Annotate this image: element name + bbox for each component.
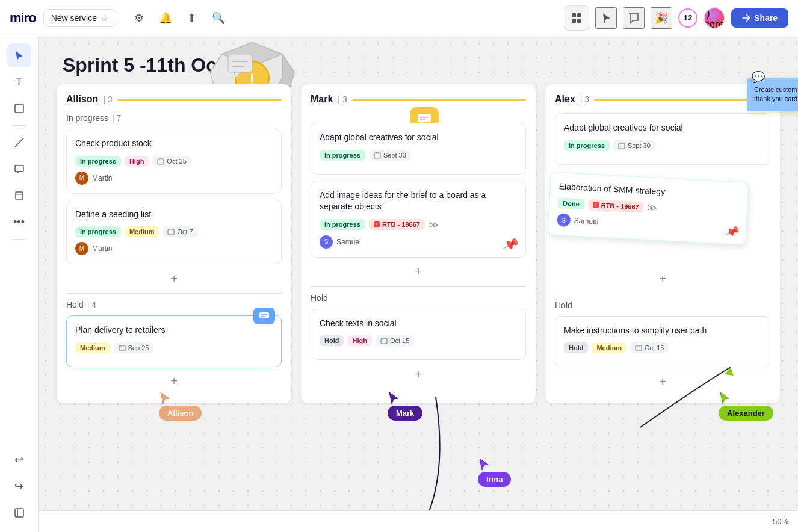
elaboration-avatar: S: [557, 213, 571, 227]
undo-icon[interactable]: ↩: [7, 448, 31, 472]
assignee-name: Samuel: [336, 238, 361, 246]
column-alex-divider: [594, 99, 770, 101]
card-tags: In progress High Oct 25: [75, 156, 273, 167]
date-tag: Sep 25: [114, 342, 154, 353]
column-allison: Allison | 3 In progress | 7 Check produc…: [57, 84, 291, 403]
star-icon[interactable]: ☆: [101, 13, 108, 23]
svg-text:!: !: [595, 202, 596, 207]
svg-rect-2: [572, 19, 576, 23]
card-add-image-ideas[interactable]: Add image ideas for the brief to a board…: [311, 181, 526, 258]
card-footer: M Martin: [75, 242, 273, 255]
card-title: Define a seeding list: [75, 209, 273, 221]
svg-rect-6: [15, 165, 23, 172]
card-make-instructions[interactable]: Make instructions to simplify user path …: [555, 316, 770, 368]
section-hold-alex: Hold: [555, 300, 770, 310]
sticky-note-tool[interactable]: [7, 96, 31, 120]
notifications-icon[interactable]: 🔔: [155, 7, 176, 29]
comment-tool[interactable]: [7, 157, 31, 181]
card-footer: S Samuel: [320, 235, 517, 249]
section-inprogress-allison: In progress | 7: [66, 113, 282, 123]
redo-icon[interactable]: ↪: [7, 474, 31, 498]
confetti-icon[interactable]: 🎉: [651, 7, 672, 29]
card-adapt-global-alex[interactable]: Adapt global creatives for social In pro…: [555, 113, 770, 165]
card-footer: M Martin: [75, 172, 273, 185]
text-tool[interactable]: T: [7, 70, 31, 94]
column-mark: Mark | 3 Adapt global creatives for soci…: [301, 84, 536, 403]
svg-rect-1: [577, 13, 581, 17]
card-tags: Hold Medium Oct 15: [564, 342, 761, 353]
project-name-button[interactable]: New service ☆: [43, 9, 116, 27]
card-title: Check product stock: [75, 138, 273, 150]
date-tag: Oct 7: [162, 226, 197, 237]
elaboration-card[interactable]: Elaboration of SMM strategy Done ! RTB -…: [547, 172, 749, 245]
add-card-inprogress-mark[interactable]: +: [410, 264, 427, 280]
assignee-name: Martin: [92, 174, 112, 182]
add-card-hold-allison[interactable]: +: [165, 373, 182, 390]
apps-grid-icon[interactable]: [564, 5, 589, 31]
more-tools[interactable]: •••: [7, 210, 31, 234]
left-toolbar: T ••• ↩ ↪: [0, 36, 39, 532]
select-tool[interactable]: [7, 43, 31, 67]
add-card-inprogress-allison[interactable]: +: [165, 270, 182, 287]
settings-icon[interactable]: ⚙: [128, 7, 150, 29]
panel-toggle[interactable]: [7, 501, 31, 525]
section-hold-count: | 4: [87, 300, 96, 309]
share-button[interactable]: Share: [731, 8, 788, 28]
assignee-avatar: M: [75, 242, 88, 255]
section-hold-allison: Hold | 4: [66, 300, 282, 309]
sticky-note[interactable]: 2 💬 Create custom thank you card: [747, 78, 798, 111]
toolbar-divider: [12, 125, 26, 126]
navbar-tools: ⚙ 🔔 ⬆ 🔍: [128, 7, 229, 29]
cursor-irina-label: Irina: [478, 472, 511, 487]
navbar-right: 🎉 12 ') center/cover;"> Share: [564, 5, 788, 31]
line-tool[interactable]: [7, 131, 31, 155]
card-tags: Medium Sep 25: [75, 342, 273, 353]
column-allison-header: Allison | 3: [66, 94, 282, 105]
zoom-level: 50%: [773, 517, 788, 526]
card-title: Adapt global creatives for social: [564, 122, 761, 134]
status-tag: In progress: [75, 226, 121, 237]
add-card-hold-alex[interactable]: +: [654, 373, 671, 390]
section-divider-mark: [311, 286, 526, 287]
card-adapt-global-mark[interactable]: Adapt global creatives for social In pro…: [311, 123, 526, 175]
card-define-seeding-list[interactable]: Define a seeding list In progress Medium…: [66, 200, 282, 265]
elaboration-chevron: ≫: [647, 202, 658, 214]
card-title: Make instructions to simplify user path: [564, 325, 761, 337]
add-card-inprogress-alex[interactable]: +: [654, 271, 671, 288]
card-check-texts-social[interactable]: Check texts in social Hold High Oct 15: [311, 309, 526, 360]
card-check-product-stock[interactable]: Check product stock In progress High Oct…: [66, 129, 282, 194]
svg-rect-22: [158, 159, 164, 164]
svg-rect-38: [374, 153, 380, 158]
share-upload-icon[interactable]: ⬆: [181, 7, 203, 29]
elaboration-rtb: ! RTB - 19667: [587, 199, 644, 212]
card-tags: In progress ! RTB - 19667 ≫: [320, 219, 517, 230]
rtb-tag: ! RTB - 19667: [369, 219, 425, 230]
column-mark-divider: [352, 99, 526, 101]
toolbar-divider-2: [12, 239, 26, 240]
app-logo: miro: [10, 10, 36, 26]
card-plan-delivery[interactable]: Plan delivery to retailers Medium Sep 25: [66, 315, 282, 367]
svg-line-5: [15, 138, 23, 147]
cursor-irina: Irina: [478, 457, 511, 487]
priority-tag: Medium: [75, 342, 110, 353]
navbar: miro New service ☆ ⚙ 🔔 ⬆ 🔍 🎉 12 ') cente…: [0, 0, 798, 36]
priority-tag: High: [347, 335, 371, 346]
canvas[interactable]: Sprint 5 -11th October ! ? Allison |: [39, 36, 798, 510]
frame-tool[interactable]: [7, 184, 31, 208]
cursor-mode-icon[interactable]: [595, 7, 617, 29]
svg-rect-25: [168, 229, 174, 235]
cursor-alexander-label: Alexander: [719, 406, 773, 421]
assignee-name: Martin: [92, 244, 112, 253]
current-user-avatar[interactable]: ') center/cover;">: [704, 7, 725, 29]
status-tag: In progress: [320, 219, 365, 230]
comment-icon[interactable]: [623, 7, 645, 29]
date-tag: Sept 30: [369, 150, 411, 161]
search-icon[interactable]: 🔍: [208, 7, 229, 29]
cursor-allison-label: Allison: [159, 406, 202, 421]
section-divider: [66, 293, 282, 294]
card-tags: In progress Medium Oct 7: [75, 226, 273, 237]
add-card-hold-mark[interactable]: +: [410, 366, 427, 383]
active-users-count[interactable]: 12: [678, 8, 697, 28]
column-alex: 2 💬 Create custom thank you card Alex | …: [545, 84, 780, 403]
svg-rect-4: [15, 104, 23, 113]
